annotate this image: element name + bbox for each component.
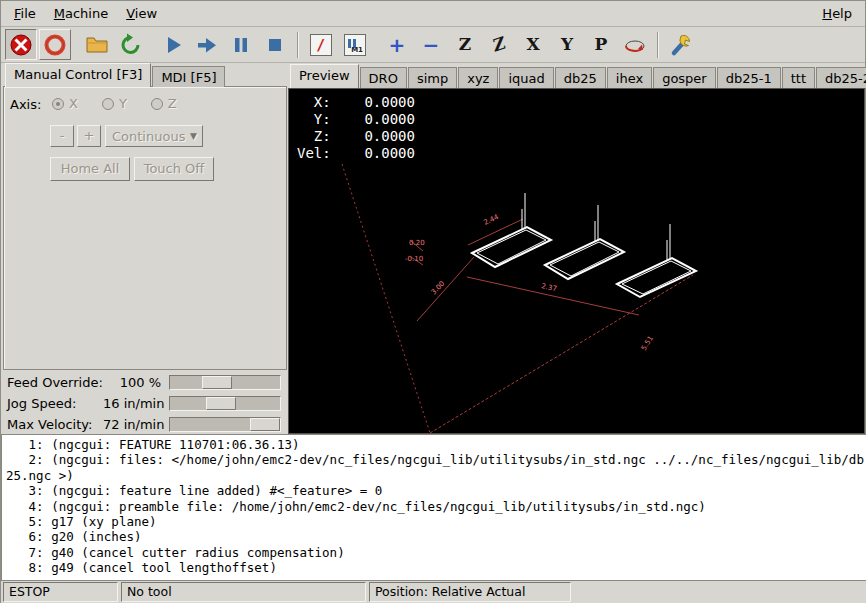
max-velocity-label: Max Velocity: <box>3 417 103 432</box>
gcode-line[interactable]: 5: g17 (xy plane) <box>6 514 866 529</box>
zoom-out-button[interactable]: − <box>415 29 447 60</box>
step-button[interactable] <box>191 29 223 60</box>
estop-button[interactable] <box>5 29 37 60</box>
menubar: File Machine View Help <box>1 1 865 27</box>
jog-speed-value: 16 in/min <box>103 396 169 411</box>
jog-plus-button[interactable]: + <box>77 125 101 147</box>
tab-db25-2[interactable]: db25-2 <box>816 67 866 88</box>
axis-y-label: Y <box>119 96 127 111</box>
tab-db25-1[interactable]: db25-1 <box>717 67 781 88</box>
reload-button[interactable] <box>115 29 147 60</box>
status-tool: No tool <box>121 582 366 602</box>
jog-speed-label: Jog Speed: <box>3 396 103 411</box>
tab-xyz[interactable]: xyz <box>458 67 498 88</box>
perspective-view-icon: P <box>595 36 608 53</box>
perspective-view-button[interactable]: P <box>585 29 617 60</box>
tools-button[interactable] <box>665 29 697 60</box>
feed-override-thumb[interactable] <box>202 376 232 389</box>
dim-5-51: 5.51 <box>640 335 655 352</box>
top-view-button[interactable]: Z <box>449 29 481 60</box>
rotate-icon <box>622 32 648 58</box>
status-position-mode: Position: Relative Actual <box>369 582 571 602</box>
pause-button[interactable] <box>225 29 257 60</box>
preview-tabs: Preview DRO simp xyz iquad db25 ihex gos… <box>288 63 865 88</box>
tab-iquad[interactable]: iquad <box>499 67 553 88</box>
front-view-button[interactable]: Y <box>551 29 583 60</box>
wrench-icon <box>668 32 694 58</box>
dim-0-20: 0.20 <box>409 239 425 247</box>
toggle-skip-lines-button[interactable]: / <box>305 29 337 60</box>
toolbar-separator <box>657 32 659 58</box>
side-view-button[interactable]: X <box>517 29 549 60</box>
dim-neg-0-10: -0.10 <box>405 255 423 263</box>
zoom-in-button[interactable]: + <box>381 29 413 60</box>
machine-power-icon <box>42 32 68 58</box>
toolpath-geometry <box>472 193 696 297</box>
gcode-line[interactable]: 2: (ngcgui: files: </home/john/emc2-dev/… <box>6 452 866 483</box>
gcode-line[interactable]: 3: (ngcgui: feature line added) #<_featu… <box>6 483 866 498</box>
chevron-down-icon: ▼ <box>187 131 200 141</box>
tab-ihex[interactable]: ihex <box>607 67 652 88</box>
rotated-top-view-button[interactable]: Z <box>483 29 515 60</box>
top-view-icon: Z <box>459 36 471 53</box>
menu-machine[interactable]: Machine <box>45 3 117 24</box>
toolbar: / M1 + − Z Z X Y P <box>1 27 865 63</box>
toggle-optional-pause-button[interactable]: M1 <box>339 29 371 60</box>
dim-2-44: 2.44 <box>482 213 500 227</box>
reload-icon <box>118 32 144 58</box>
readout-z: Z:0.0000 <box>297 128 415 145</box>
max-velocity-thumb[interactable] <box>250 418 280 431</box>
tab-db25[interactable]: db25 <box>555 67 606 88</box>
gcode-line[interactable]: 4: (ngcgui: preamble file: /home/john/em… <box>6 499 866 514</box>
tab-manual-control[interactable]: Manual Control [F3] <box>5 63 151 87</box>
jog-speed-row: Jog Speed: 16 in/min <box>3 393 287 413</box>
open-file-button[interactable] <box>81 29 113 60</box>
axis-z-label: Z <box>168 96 177 111</box>
rotated-top-view-icon: Z <box>492 34 507 55</box>
menu-view[interactable]: View <box>117 3 166 24</box>
gcode-line[interactable]: 1: (ngcgui: FEATURE 110701:06.36.13) <box>6 437 866 452</box>
jog-mode-combobox[interactable]: Continuous ▼ <box>105 125 203 147</box>
rotate-mode-button[interactable] <box>619 29 651 60</box>
tab-gosper[interactable]: gosper <box>653 67 716 88</box>
feed-override-row: Feed Override: 100 % <box>3 372 287 392</box>
pause-icon <box>228 32 254 58</box>
axis-x-radio[interactable] <box>52 98 64 110</box>
max-velocity-value: 72 in/min <box>103 417 169 432</box>
touch-off-button[interactable]: Touch Off <box>134 157 214 181</box>
machine-power-button[interactable] <box>39 29 71 60</box>
axis-z-radio[interactable] <box>151 98 163 110</box>
run-button[interactable] <box>157 29 189 60</box>
gcode-listing: 1: (ngcgui: FEATURE 110701:06.36.13) 2: … <box>1 434 866 581</box>
jog-minus-button[interactable]: - <box>50 125 74 147</box>
open-folder-icon <box>84 32 110 58</box>
side-view-icon: X <box>526 36 539 53</box>
dim-3-00: 3.00 <box>430 280 447 297</box>
jog-speed-slider[interactable] <box>169 396 281 411</box>
dim-2-37: 2.37 <box>541 282 558 293</box>
tab-preview[interactable]: Preview <box>290 64 359 88</box>
menu-file[interactable]: File <box>5 3 45 24</box>
tab-mdi[interactable]: MDI [F5] <box>152 66 225 87</box>
stop-button[interactable] <box>259 29 291 60</box>
jog-speed-thumb[interactable] <box>206 397 236 410</box>
menu-help[interactable]: Help <box>813 3 861 24</box>
gcode-line[interactable]: 6: g20 (inches) <box>6 529 866 544</box>
feed-override-value: 100 % <box>103 375 169 390</box>
axis-y-radio[interactable] <box>102 98 114 110</box>
home-all-button[interactable]: Home All <box>50 157 130 181</box>
gcode-line[interactable]: 8: g49 (cancel tool lengthoffset) <box>6 560 866 575</box>
zoom-in-icon: + <box>389 35 406 55</box>
preview-canvas[interactable]: 2.44 0.20 -0.10 3.00 2.37 5.51 <box>288 88 865 434</box>
tab-ttt[interactable]: ttt <box>782 67 815 88</box>
tab-simp[interactable]: simp <box>408 67 457 88</box>
gcode-line[interactable]: 7: g40 (cancel cutter radius compensatio… <box>6 545 866 560</box>
feed-override-slider[interactable] <box>169 375 281 390</box>
optional-pause-icon: M1 <box>344 34 366 56</box>
toolbar-separator <box>297 32 299 58</box>
preview-panel: Preview DRO simp xyz iquad db25 ihex gos… <box>288 63 865 434</box>
front-view-icon: Y <box>561 36 573 53</box>
max-velocity-slider[interactable] <box>169 417 281 432</box>
tab-dro[interactable]: DRO <box>360 67 407 88</box>
axis-x-label: X <box>69 96 78 111</box>
